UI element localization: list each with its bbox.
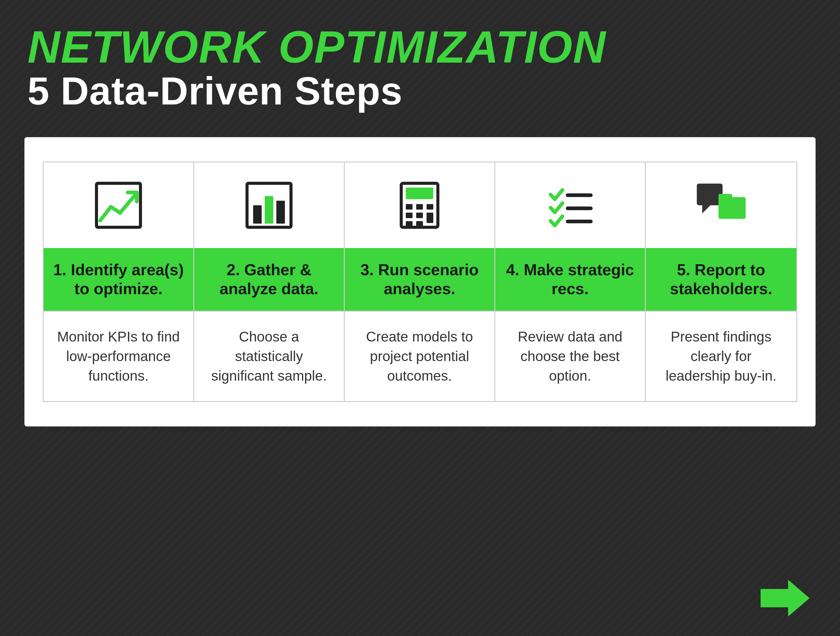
step-label-3: 3. Run scenario analyses. bbox=[354, 260, 485, 299]
step-col-2: 2. Gather & analyze data. Choose a stati… bbox=[194, 163, 345, 401]
main-title-green: NETWORK OPTIMIZATION bbox=[27, 24, 813, 70]
step-label-2: 2. Gather & analyze data. bbox=[204, 260, 335, 299]
step-label-5: 5. Report to stakeholders. bbox=[655, 260, 787, 299]
svg-rect-8 bbox=[416, 204, 423, 210]
step-icon-4 bbox=[495, 163, 645, 248]
svg-rect-12 bbox=[426, 213, 433, 223]
step-desc-row-2: Choose a statistically significant sampl… bbox=[194, 311, 344, 401]
step-label-row-3: 3. Run scenario analyses. bbox=[345, 248, 494, 311]
step-desc-5: Present findings clearly for leadership … bbox=[658, 327, 784, 386]
step-label-4: 4. Make strategic recs. bbox=[504, 260, 636, 299]
step-icon-5 bbox=[646, 163, 796, 248]
step-icon-1 bbox=[44, 163, 193, 248]
step-desc-row-3: Create models to project potential outco… bbox=[345, 311, 494, 401]
svg-rect-10 bbox=[406, 213, 412, 218]
svg-rect-4 bbox=[276, 201, 285, 224]
svg-marker-19 bbox=[702, 205, 710, 214]
step-icon-2 bbox=[194, 163, 344, 248]
header: NETWORK OPTIMIZATION 5 Data-Driven Steps bbox=[0, 0, 840, 125]
step-label-row-5: 5. Report to stakeholders. bbox=[646, 248, 796, 311]
svg-rect-2 bbox=[253, 205, 262, 224]
main-card: 1. Identify area(s) to optimize. Monitor… bbox=[24, 137, 816, 426]
svg-rect-6 bbox=[406, 188, 433, 199]
svg-marker-25 bbox=[761, 580, 810, 617]
step-desc-row-4: Review data and choose the best option. bbox=[495, 311, 645, 401]
step-label-row-2: 2. Gather & analyze data. bbox=[194, 248, 344, 311]
svg-rect-11 bbox=[416, 213, 423, 218]
step-col-5: 5. Report to stakeholders. Present findi… bbox=[646, 163, 796, 401]
step-desc-row-1: Monitor KPIs to find low-performance fun… bbox=[44, 311, 193, 401]
step-label-1: 1. Identify area(s) to optimize. bbox=[53, 260, 184, 299]
svg-rect-9 bbox=[426, 204, 433, 210]
steps-grid: 1. Identify area(s) to optimize. Monitor… bbox=[43, 161, 797, 402]
svg-rect-3 bbox=[265, 196, 273, 224]
step-col-1: 1. Identify area(s) to optimize. Monitor… bbox=[44, 163, 194, 401]
step-col-3: 3. Run scenario analyses. Create models … bbox=[345, 163, 495, 401]
svg-rect-7 bbox=[406, 204, 412, 210]
step-label-row-4: 4. Make strategic recs. bbox=[495, 248, 645, 311]
step-col-4: 4. Make strategic recs. Review data and … bbox=[495, 163, 646, 401]
step-icon-3 bbox=[345, 163, 494, 248]
svg-rect-0 bbox=[96, 183, 141, 227]
main-title-white: 5 Data-Driven Steps bbox=[27, 70, 813, 113]
svg-rect-13 bbox=[406, 221, 412, 227]
step-desc-4: Review data and choose the best option. bbox=[507, 327, 633, 386]
svg-rect-14 bbox=[416, 221, 423, 227]
step-desc-3: Create models to project potential outco… bbox=[357, 327, 482, 386]
arrow-logo bbox=[761, 580, 810, 618]
step-desc-1: Monitor KPIs to find low-performance fun… bbox=[56, 327, 181, 386]
step-desc-row-5: Present findings clearly for leadership … bbox=[646, 311, 796, 401]
step-label-row-1: 1. Identify area(s) to optimize. bbox=[44, 248, 193, 311]
step-desc-2: Choose a statistically significant sampl… bbox=[207, 327, 332, 386]
svg-rect-22 bbox=[720, 199, 744, 217]
